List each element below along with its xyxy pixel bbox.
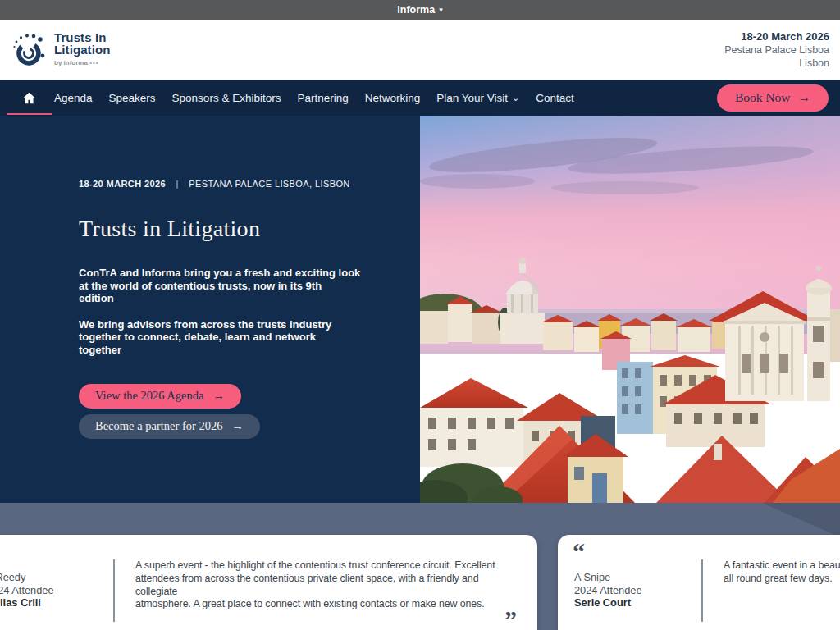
hero-eyebrow-venue: PESTANA PALACE LISBOA, LISBON [189,179,349,189]
nav-item-networking[interactable]: Networking [357,92,429,104]
testimonial-company: Serle Court [574,596,701,609]
logo-title-line1: Trusts In [54,31,111,43]
arrow-right-icon: → [212,389,225,403]
informa-brand-label: informa [397,4,435,16]
event-dates: 18-20 March 2026 [724,30,829,43]
page-title: Trusts in Litigation [79,216,374,242]
become-partner-button[interactable]: Become a partner for 2026 → [79,414,260,439]
quote-close-icon: ” [504,607,517,630]
quote-open-icon: “ [573,540,585,564]
band-diagonal-accent [735,503,840,537]
nav-item-home[interactable] [11,80,46,116]
testimonial-person: A Reedy 2024 Attendee Collas Crill [0,559,113,609]
event-city: Lisbon [724,57,829,70]
testimonial-name: A Snipe [574,571,701,584]
testimonial-card: “ A Snipe 2024 Attendee Serle Court A fa… [558,535,840,630]
testimonial-name: A Reedy [0,571,113,584]
hero-eyebrow-date: 18-20 MARCH 2026 [79,179,166,189]
logo-title-line2: Litigation [54,43,111,56]
nav-item-partnering[interactable]: Partnering [289,92,356,104]
hero-paragraph-2: We bring advisors from across the trusts… [79,318,374,357]
hero-photo-lisbon [420,116,840,503]
byline-dots: ••• [89,59,98,66]
chevron-down-icon: ⌄ [512,93,519,103]
testimonial-person: A Snipe 2024 Attendee Serle Court [574,559,701,609]
arrow-right-icon: → [798,90,811,105]
eyebrow-separator: | [176,179,179,189]
site-header: Trusts In Litigation by informa ••• 18-2… [0,20,840,80]
divider [701,559,703,622]
testimonial-quote: A fantastic event in a beautiful locatio… [724,559,840,586]
event-info: 18-20 March 2026 Pestana Palace Lisboa L… [724,30,829,70]
view-agenda-button[interactable]: View the 2026 Agenda → [79,384,241,409]
hero-content-panel: 18-20 MARCH 2026 | PESTANA PALACE LISBOA… [0,116,420,503]
arrow-right-icon: → [231,419,244,433]
nav-item-plan-your-visit[interactable]: Plan Your Visit⌄ [428,92,527,104]
book-now-button[interactable]: Book Now → [717,84,829,112]
event-venue: Pestana Palace Lisboa [724,43,829,57]
caret-down-icon: ▾ [439,6,443,14]
home-icon [22,91,36,105]
testimonials-section: “ A Reedy 2024 Attendee Collas Crill A s… [0,503,840,630]
testimonial-card: “ A Reedy 2024 Attendee Collas Crill A s… [0,535,537,630]
logo-byline: by informa ••• [54,57,111,69]
testimonial-quote: A superb event - the highlight of the co… [135,559,504,611]
hero-paragraph-1: ConTrA and Informa bring you a fresh and… [79,267,374,305]
testimonial-role: 2024 Attendee [0,584,113,597]
informa-topbar[interactable]: informa ▾ [0,0,840,20]
nav-item-agenda[interactable]: Agenda [46,92,101,104]
trusts-in-litigation-logo-icon [11,31,48,69]
nav-item-sponsors-exhibitors[interactable]: Sponsors & Exhibitors [164,92,290,104]
nav-item-contact[interactable]: Contact [527,92,582,104]
hero-section: 18-20 MARCH 2026 | PESTANA PALACE LISBOA… [0,116,840,503]
hero-eyebrow: 18-20 MARCH 2026 | PESTANA PALACE LISBOA… [79,179,374,189]
divider [113,559,115,622]
testimonial-company: Collas Crill [0,596,113,609]
site-logo[interactable]: Trusts In Litigation by informa ••• [11,31,111,69]
nav-item-speakers[interactable]: Speakers [101,92,164,104]
main-nav: Agenda Speakers Sponsors & Exhibitors Pa… [0,80,840,116]
testimonial-role: 2024 Attendee [574,584,701,597]
